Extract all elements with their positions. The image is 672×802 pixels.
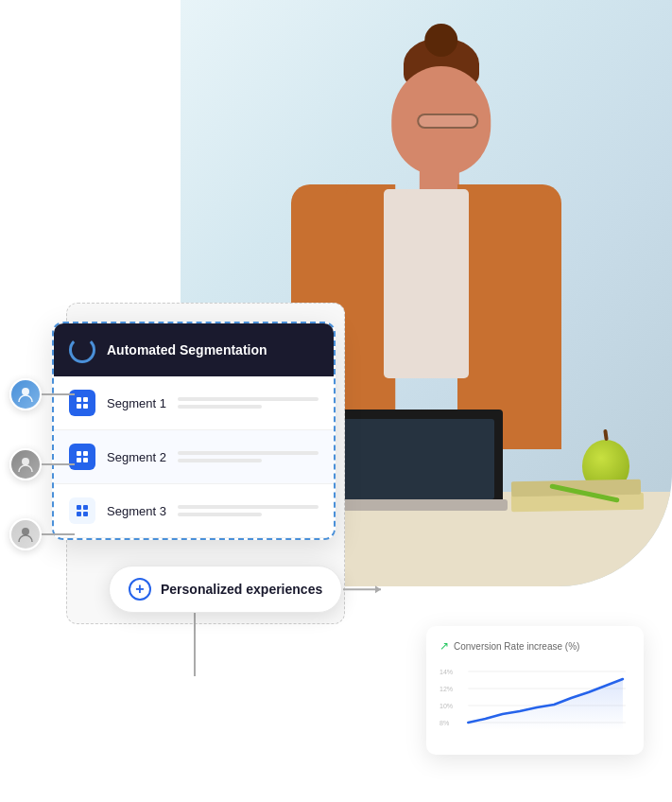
svg-rect-6: [77, 458, 81, 462]
chart-title-row: ↗ Conversion Rate increase (%): [439, 639, 630, 653]
svg-text:14%: 14%: [439, 669, 453, 675]
personalized-arrow-connector: [343, 588, 381, 590]
segment-line: [178, 397, 319, 401]
segment-1-label: Segment 1: [107, 396, 166, 410]
avatar-1-connector: [42, 393, 75, 395]
add-circle-icon: [129, 578, 151, 601]
personalized-experiences-label: Personalized experiences: [161, 582, 322, 597]
svg-rect-7: [83, 458, 88, 462]
avatar-item-3: [9, 518, 75, 550]
svg-point-12: [22, 388, 29, 395]
segmentation-header: Automated Segmentation: [54, 323, 334, 376]
avatar-1: [9, 378, 42, 410]
vertical-connector-line: [194, 605, 196, 676]
svg-rect-9: [83, 505, 88, 510]
segment-line: [178, 451, 319, 455]
svg-rect-2: [77, 404, 81, 409]
svg-rect-11: [83, 512, 88, 516]
avatar-2-connector: [42, 463, 75, 465]
avatar-group: [9, 378, 75, 550]
segment-line: [178, 405, 262, 409]
chart-svg: 14% 12% 10% 8%: [439, 662, 630, 738]
segment-3-label: Segment 3: [107, 504, 166, 518]
svg-rect-5: [83, 451, 88, 456]
segment-line: [178, 505, 319, 509]
segment-item-1[interactable]: Segment 1: [54, 376, 334, 430]
segment-item-2[interactable]: Segment 2: [54, 430, 334, 484]
svg-text:8%: 8%: [439, 720, 449, 726]
personalized-experiences-button[interactable]: Personalized experiences: [109, 566, 342, 613]
segment-2-lines: [178, 451, 319, 462]
segment-line: [178, 513, 262, 516]
avatar-item-2: [9, 448, 75, 480]
svg-rect-8: [77, 505, 81, 510]
avatar-2: [9, 448, 42, 480]
avatar-item-1: [9, 378, 75, 410]
segmentation-spinner-icon: [69, 337, 95, 363]
svg-rect-1: [83, 397, 88, 402]
segmentation-title: Automated Segmentation: [107, 342, 267, 357]
avatar-3: [9, 518, 42, 550]
segmentation-panel: Automated Segmentation Segment 1 S: [52, 322, 336, 540]
avatar-3-connector: [42, 533, 75, 535]
segment-line: [178, 459, 262, 462]
segment-2-label: Segment 2: [107, 450, 166, 464]
svg-text:10%: 10%: [439, 703, 453, 709]
segment-1-lines: [178, 397, 319, 409]
trend-up-icon: ↗: [439, 639, 449, 653]
svg-point-13: [22, 458, 29, 465]
svg-marker-23: [468, 679, 623, 730]
svg-rect-0: [77, 397, 81, 402]
chart-title-text: Conversion Rate increase (%): [454, 641, 579, 652]
svg-rect-4: [77, 451, 81, 456]
segment-item-3[interactable]: Segment 3: [54, 484, 334, 538]
svg-rect-10: [77, 512, 81, 516]
svg-point-14: [22, 528, 29, 535]
svg-rect-3: [83, 404, 88, 409]
conversion-rate-chart: ↗ Conversion Rate increase (%) 14% 12% 1…: [426, 626, 644, 755]
segment-3-lines: [178, 505, 319, 516]
svg-text:12%: 12%: [439, 686, 453, 692]
